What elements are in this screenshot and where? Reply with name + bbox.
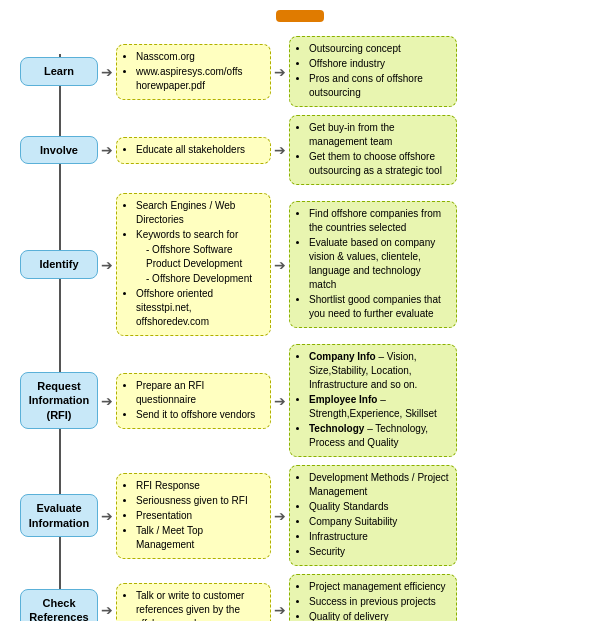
right-box-involve: Get buy-in from the management teamGet t… [289,115,457,185]
right-box-evaluate: Development Methods / Project Management… [289,465,457,566]
step-row-learn: Learn➔Nasscom.orgwww.aspiresys.com/offs … [20,36,590,107]
arrow-middle-to-right-check: ➔ [271,603,289,617]
middle-box-check: Talk or write to customer references giv… [116,583,271,622]
middle-box-rfi: Prepare an RFI questionnaireSend it to o… [116,373,271,429]
step-row-identify: Identify➔Search Engines / Web Directorie… [20,193,590,336]
page-title [276,10,324,22]
arrow-middle-to-right-learn: ➔ [271,65,289,79]
arrow-step-to-middle-involve: ➔ [98,143,116,157]
arrow-middle-to-right-involve: ➔ [271,143,289,157]
right-box-rfi: Company Info – Vision, Size,Stability, L… [289,344,457,457]
rows-container: Learn➔Nasscom.orgwww.aspiresys.com/offs … [20,36,590,621]
step-box-involve: Involve [20,136,98,164]
right-box-learn: Outsourcing conceptOffshore industryPros… [289,36,457,107]
arrow-step-to-middle-identify: ➔ [98,258,116,272]
step-box-check: Check References [20,589,98,621]
right-box-identify: Find offshore companies from the countri… [289,201,457,328]
middle-box-involve: Educate all stakeholders [116,137,271,164]
arrow-step-to-middle-evaluate: ➔ [98,509,116,523]
arrow-middle-to-right-evaluate: ➔ [271,509,289,523]
arrow-step-to-middle-learn: ➔ [98,65,116,79]
chart-wrapper: Learn➔Nasscom.orgwww.aspiresys.com/offs … [10,36,590,621]
step-box-evaluate: Evaluate Information [20,494,98,537]
right-box-check: Project management efficiencySuccess in … [289,574,457,621]
arrow-step-to-middle-rfi: ➔ [98,394,116,408]
step-row-involve: Involve➔Educate all stakeholders➔Get buy… [20,115,590,185]
arrow-step-to-middle-check: ➔ [98,603,116,617]
middle-box-learn: Nasscom.orgwww.aspiresys.com/offs horewp… [116,44,271,100]
step-row-evaluate: Evaluate Information➔RFI ResponseSerious… [20,465,590,566]
arrow-middle-to-right-rfi: ➔ [271,394,289,408]
step-row-rfi: Request Information (RFI)➔Prepare an RFI… [20,344,590,457]
step-box-learn: Learn [20,57,98,85]
arrow-middle-to-right-identify: ➔ [271,258,289,272]
middle-box-evaluate: RFI ResponseSeriousness given to RFIPres… [116,473,271,559]
middle-box-identify: Search Engines / Web DirectoriesKeywords… [116,193,271,336]
step-box-rfi: Request Information (RFI) [20,372,98,429]
step-row-check: Check References➔Talk or write to custom… [20,574,590,621]
step-box-identify: Identify [20,250,98,278]
